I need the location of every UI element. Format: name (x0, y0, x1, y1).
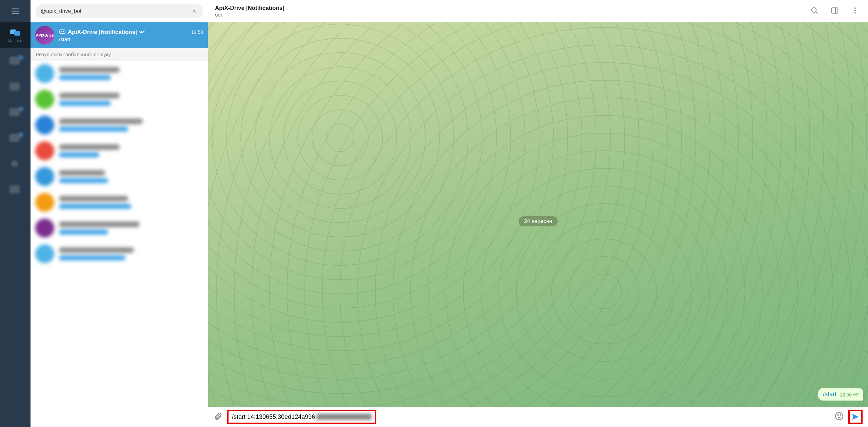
search-result-item[interactable] (31, 189, 208, 215)
chat-header-title[interactable]: ApiX-Drive |Notifications| (215, 5, 808, 12)
svg-point-13 (854, 7, 856, 9)
search-in-chat-button[interactable] (808, 4, 821, 18)
message-time: 12:50 (840, 392, 852, 398)
svg-point-15 (854, 12, 856, 14)
send-icon (851, 412, 860, 421)
svg-point-14 (854, 10, 856, 11)
svg-point-9 (61, 31, 62, 32)
chat-main: ApiX-Drive |Notifications| бот 24 вересн… (208, 0, 868, 427)
search-result-item[interactable] (31, 112, 208, 138)
read-status-icon (139, 29, 146, 35)
redacted-text (316, 414, 372, 420)
svg-point-18 (840, 415, 841, 415)
folder-icon: 5 (9, 134, 21, 143)
svg-rect-7 (9, 185, 20, 194)
search-result-item[interactable] (31, 164, 208, 189)
chat-title: ApiX-Drive |Notifications| (68, 29, 137, 36)
folder-label: Всі чати (8, 38, 22, 42)
folder-item[interactable]: 5 (0, 125, 31, 151)
message-text: /start (823, 391, 836, 398)
svg-rect-3 (9, 82, 20, 90)
global-results-header: Результати глобального пошуку (31, 48, 208, 61)
search-input[interactable] (41, 8, 191, 14)
bot-icon (59, 29, 66, 36)
search-icon (810, 6, 818, 15)
folders-sidebar: Всі чати 2 2 5 (0, 0, 31, 427)
chat-header: ApiX-Drive |Notifications| бот (208, 0, 868, 22)
message-input-highlighted[interactable]: /start 14:130655:30ed124a996 (227, 410, 376, 424)
send-button-highlighted[interactable] (848, 410, 863, 424)
message-input-text: /start 14:130655:30ed124a996 (232, 413, 315, 421)
main-menu-button[interactable] (0, 0, 31, 22)
search-result-item[interactable] (31, 61, 208, 86)
chat-item-selected[interactable]: APIXDrive ApiX-Drive |Notifications| 12:… (31, 22, 208, 48)
search-result-item[interactable] (31, 138, 208, 164)
date-separator: 24 вересня (519, 216, 558, 226)
svg-point-16 (835, 412, 843, 420)
messages-area[interactable]: 24 вересня /start 12:50 (208, 22, 868, 407)
chat-list: ✕ APIXDrive ApiX-Drive |Notifications| 1… (31, 0, 208, 427)
search-box[interactable]: ✕ (35, 4, 203, 18)
svg-rect-1 (14, 31, 20, 36)
search-result-item[interactable] (31, 215, 208, 241)
folder-item[interactable] (0, 74, 31, 100)
folder-item[interactable]: 2 (0, 48, 31, 74)
search-bar: ✕ (31, 0, 208, 22)
folder-icon: 2 (9, 108, 21, 117)
folder-item[interactable] (0, 177, 31, 203)
chat-header-status: бот (215, 12, 808, 18)
emoji-icon (835, 412, 844, 421)
chat-item-content: ApiX-Drive |Notifications| 12:50 /start (59, 29, 203, 42)
svg-rect-8 (60, 30, 65, 34)
folder-item[interactable] (0, 151, 31, 177)
svg-point-17 (838, 415, 839, 415)
paperclip-icon (214, 412, 222, 421)
folder-all-chats[interactable]: Всі чати (0, 22, 31, 48)
folder-icon (9, 82, 21, 91)
chat-preview: /start (59, 36, 203, 42)
chats-icon (9, 28, 21, 37)
folder-icon: 2 (9, 57, 21, 65)
folder-item[interactable]: 2 (0, 100, 31, 125)
menu-icon (11, 6, 20, 16)
composer: /start 14:130655:30ed124a996 (208, 407, 868, 427)
emoji-button[interactable] (835, 412, 844, 422)
avatar: APIXDrive (35, 26, 54, 45)
outgoing-message[interactable]: /start 12:50 (818, 388, 863, 401)
panel-icon (831, 6, 839, 15)
folder-icon (9, 185, 21, 194)
read-checks-icon (853, 392, 860, 398)
search-result-item[interactable] (31, 86, 208, 112)
folder-icon (9, 160, 21, 168)
attach-button[interactable] (214, 412, 222, 422)
svg-point-10 (63, 31, 64, 32)
kebab-icon (851, 6, 859, 15)
svg-point-11 (812, 8, 816, 13)
svg-point-6 (11, 160, 18, 167)
svg-rect-12 (832, 8, 838, 13)
chat-time: 12:50 (191, 29, 203, 35)
search-result-item[interactable] (31, 241, 208, 267)
sidepanel-button[interactable] (829, 4, 841, 18)
search-clear-button[interactable]: ✕ (191, 7, 198, 16)
more-menu-button[interactable] (849, 4, 861, 18)
